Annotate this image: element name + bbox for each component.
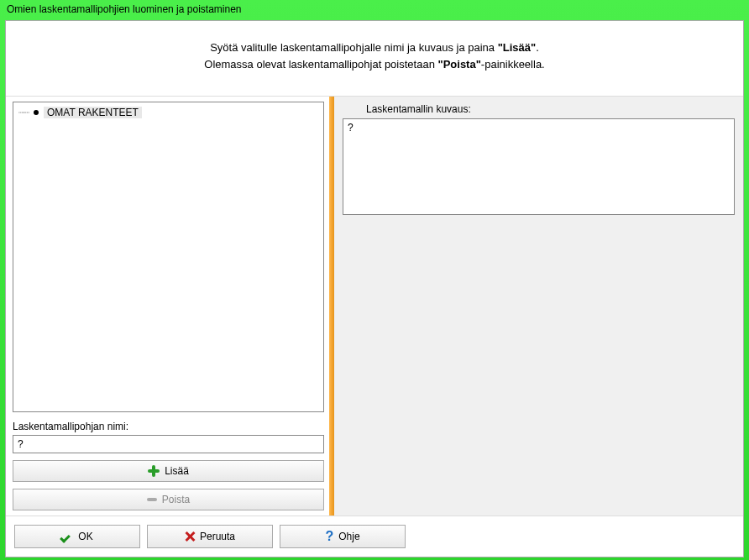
tree-root-item[interactable]: ┈┈ OMAT RAKENTEET bbox=[18, 106, 318, 119]
window-title-bar: Omien laskentamallipohjien luominen ja p… bbox=[0, 0, 749, 18]
template-tree[interactable]: ┈┈ OMAT RAKENTEET bbox=[13, 102, 324, 412]
add-button[interactable]: Lisää bbox=[13, 460, 324, 482]
cancel-button[interactable]: Peruuta bbox=[147, 525, 273, 548]
tree-bullet-icon bbox=[34, 110, 39, 115]
x-icon bbox=[185, 531, 195, 542]
minus-icon bbox=[147, 498, 157, 501]
main-panel: Syötä valitulle laskentamallipohjalle ni… bbox=[5, 20, 744, 557]
right-column: Laskentamallin kuvaus: ? bbox=[334, 97, 743, 516]
description-textarea[interactable]: ? bbox=[343, 118, 735, 215]
content-row: ┈┈ OMAT RAKENTEET Laskentamallipohjan ni… bbox=[6, 96, 743, 516]
description-label: Laskentamallin kuvaus: bbox=[343, 102, 735, 115]
name-label: Laskentamallipohjan nimi: bbox=[13, 421, 324, 432]
window-title: Omien laskentamallipohjien luominen ja p… bbox=[7, 3, 242, 15]
check-icon bbox=[61, 532, 73, 541]
dialog-button-row: OK Peruuta ? Ohje bbox=[6, 516, 743, 557]
template-name-input[interactable] bbox=[13, 435, 324, 453]
remove-button[interactable]: Poista bbox=[13, 489, 324, 510]
help-button[interactable]: ? Ohje bbox=[280, 525, 406, 548]
plus-icon bbox=[148, 465, 160, 477]
left-column: ┈┈ OMAT RAKENTEET Laskentamallipohjan ni… bbox=[6, 97, 329, 516]
tree-root-label: OMAT RAKENTEET bbox=[44, 107, 142, 118]
question-icon: ? bbox=[325, 531, 333, 542]
ok-button[interactable]: OK bbox=[14, 525, 140, 548]
tree-connector: ┈┈ bbox=[18, 107, 29, 118]
instructions-text: Syötä valitulle laskentamallipohjalle ni… bbox=[6, 21, 743, 96]
